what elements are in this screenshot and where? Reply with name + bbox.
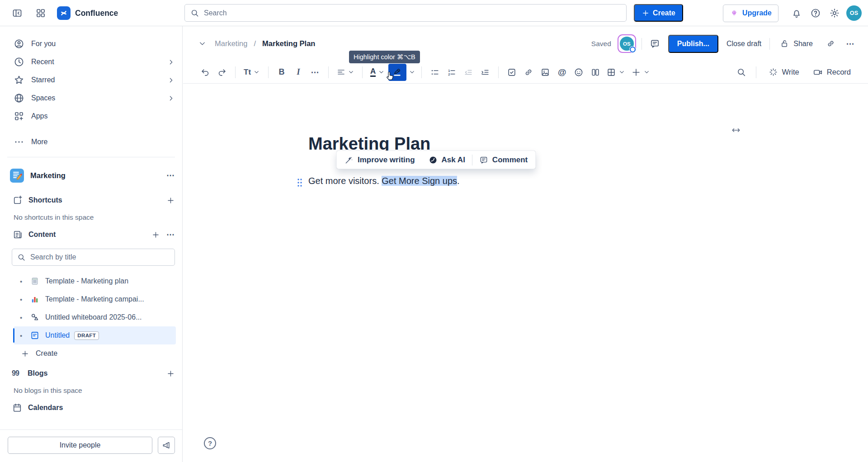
content-pages-icon [13, 230, 23, 240]
breadcrumb-page[interactable]: Marketing Plan [262, 39, 315, 48]
sidebar-footer: Invite people [0, 429, 182, 462]
topbar-left: Confluence [10, 0, 118, 26]
account-avatar[interactable]: OS [846, 5, 862, 21]
paragraph[interactable]: Get more visitors. Get More Sign ups. [308, 176, 460, 186]
task-list-button[interactable] [504, 65, 519, 80]
global-search[interactable] [184, 4, 627, 22]
collapse-breadcrumb-button[interactable] [196, 38, 208, 50]
divider [421, 66, 422, 78]
presence-badge [629, 46, 636, 53]
collaborator-avatar[interactable]: OS [618, 34, 636, 53]
emoji-icon [574, 67, 584, 77]
notifications-button[interactable] [789, 6, 804, 20]
highlight-color-button[interactable] [388, 64, 406, 81]
paragraph-text-end: . [457, 176, 460, 186]
add-shortcut-icon[interactable] [166, 196, 175, 205]
find-replace-button[interactable] [734, 65, 749, 80]
indent-button[interactable] [477, 65, 493, 80]
content-title-search-input[interactable] [30, 253, 170, 261]
section-calendars[interactable]: Calendars [0, 399, 182, 417]
highlight-color-tooltip: Highlight color ⌘⌥B [349, 51, 420, 63]
ask-ai-button[interactable]: Ask AI [422, 151, 472, 169]
more-actions-button[interactable]: ⋯ [844, 36, 857, 52]
layouts-button[interactable] [588, 65, 603, 80]
redo-button[interactable] [214, 65, 230, 80]
numbered-list-button[interactable]: 1 2 [444, 65, 459, 80]
expand-width-icon[interactable] [731, 125, 741, 135]
comment-button[interactable]: Comment [472, 151, 534, 169]
content-more-icon[interactable]: ⋯ [166, 230, 175, 240]
sidebar-item-spaces[interactable]: Spaces [0, 89, 182, 107]
share-button[interactable]: Share [775, 35, 817, 53]
close-draft-button[interactable]: Close draft [724, 35, 764, 53]
section-shortcuts[interactable]: Shortcuts [0, 191, 182, 209]
create-button-label: Create [653, 9, 675, 17]
divider [268, 66, 269, 78]
text-style-button[interactable]: Tt [241, 65, 263, 80]
add-content-icon[interactable] [151, 231, 160, 239]
upgrade-button[interactable]: Upgrade [723, 5, 778, 22]
publish-button[interactable]: Publish... [668, 35, 718, 53]
section-content[interactable]: Content ⋯ [0, 226, 182, 244]
create-button[interactable]: Create [634, 4, 683, 22]
shortcuts-empty-text: No shortcuts in this space [0, 209, 182, 226]
section-blogs[interactable]: 99 Blogs [0, 364, 182, 382]
more-formatting-button[interactable]: ⋯ [307, 65, 323, 80]
space-header-marketing[interactable]: Marketing ⋯ [0, 165, 182, 186]
chevron-down-icon [378, 69, 385, 75]
italic-button[interactable]: I [291, 65, 306, 80]
emoji-button[interactable] [571, 65, 586, 80]
sidebar: For you Recent Starred Spaces Apps More [0, 26, 183, 462]
content-title-search[interactable] [12, 249, 175, 266]
bullet-list-icon [430, 67, 440, 77]
insert-image-button[interactable] [538, 65, 553, 80]
space-more-icon[interactable]: ⋯ [166, 170, 175, 180]
add-blog-icon[interactable] [166, 369, 175, 378]
improve-writing-button[interactable]: Improve writing [338, 151, 422, 169]
confluence-home-link[interactable]: Confluence [57, 6, 118, 20]
copy-link-button[interactable] [823, 36, 838, 52]
tree-item-template-marketing-plan[interactable]: • Template - Marketing plan [14, 272, 176, 290]
global-search-input[interactable] [204, 9, 621, 17]
feedback-button[interactable] [158, 437, 175, 454]
record-button[interactable]: Record [807, 64, 856, 80]
collapse-sidebar-button[interactable] [10, 6, 24, 20]
settings-button[interactable] [827, 6, 842, 20]
sidebar-item-starred[interactable]: Starred [0, 71, 182, 89]
tree-create-button[interactable]: Create [0, 344, 182, 363]
sidebar-item-recent[interactable]: Recent [0, 53, 182, 71]
plus-icon [642, 9, 650, 17]
insert-table-button[interactable] [604, 65, 627, 80]
highlight-color-dropdown[interactable] [408, 65, 416, 80]
tree-item-template-marketing-campaign[interactable]: • Template - Marketing campai... [14, 290, 176, 308]
bullet-list-button[interactable] [427, 65, 443, 80]
italic-label: I [297, 67, 300, 77]
alignment-button[interactable] [334, 65, 357, 80]
unlock-icon [780, 39, 789, 48]
editor-toolbar: Tt B I ⋯ A [183, 61, 868, 84]
insert-link-button[interactable] [521, 65, 536, 80]
breadcrumb-space[interactable]: Marketing [215, 39, 247, 48]
insert-more-button[interactable] [628, 65, 653, 80]
breadcrumb-separator: / [254, 39, 256, 48]
sidebar-item-for-you[interactable]: For you [0, 35, 182, 53]
tree-item-untitled-draft[interactable]: • Untitled DRAFT [14, 326, 176, 344]
text-color-button[interactable]: A [368, 65, 387, 80]
sidebar-item-apps[interactable]: Apps [0, 107, 182, 125]
mention-button[interactable]: @ [554, 65, 570, 80]
tree-item-untitled-whiteboard[interactable]: • Untitled whiteboard 2025-06... [14, 308, 176, 326]
drag-handle-icon[interactable] [297, 178, 303, 188]
inline-comment-button[interactable] [647, 36, 663, 52]
shortcuts-icon [13, 195, 23, 205]
help-button[interactable]: ? [204, 437, 216, 449]
sidebar-item-more[interactable]: More [0, 133, 182, 151]
outdent-button[interactable] [461, 65, 476, 80]
undo-button[interactable] [198, 65, 213, 80]
invite-people-button[interactable]: Invite people [8, 437, 152, 454]
help-button[interactable] [808, 6, 823, 20]
app-switcher-button[interactable] [33, 6, 48, 20]
bold-button[interactable]: B [274, 65, 289, 80]
improve-writing-label: Improve writing [358, 156, 415, 165]
editor-canvas[interactable]: Marketing Plan Get more visitors. Get Mo… [183, 84, 868, 462]
ai-write-button[interactable]: Write [763, 64, 805, 80]
